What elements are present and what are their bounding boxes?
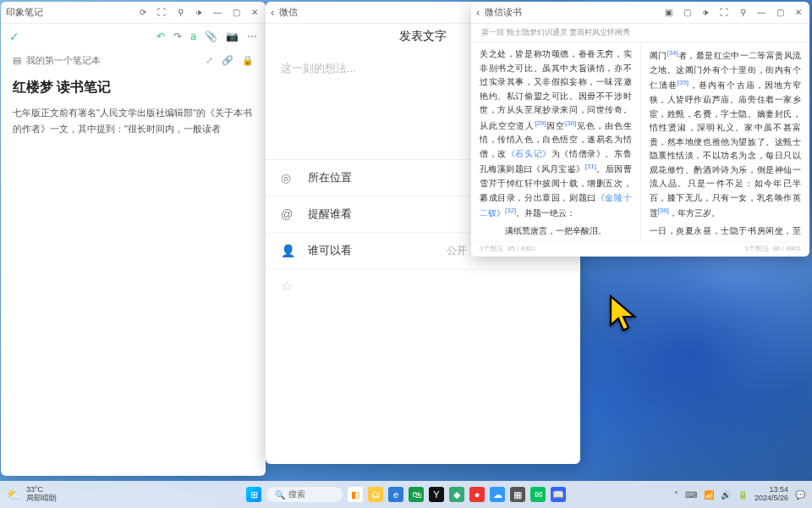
app5-icon[interactable]: ▦ xyxy=(510,487,525,502)
tray-wifi-icon[interactable]: 📶 xyxy=(704,490,714,500)
checkmark-icon[interactable]: ✓ xyxy=(9,30,19,43)
redo-icon[interactable]: ↷ xyxy=(173,30,182,42)
weread-window: ‹ 微信读书 ▣ ▢ 🕩 ⛶ ⚲ — ▢ ✕ 第一回 甄士隐梦幻识通灵 贾雨村风… xyxy=(471,2,809,257)
reader-pages[interactable]: 关之处，皆是称功颂德，眷眷无穷，实非别书之可比。虽其中大旨谈情，亦不过实录其事，… xyxy=(471,42,809,241)
mention-label: 提醒谁看 xyxy=(308,207,352,222)
weread-titlebar[interactable]: ‹ 微信读书 ▣ ▢ 🕩 ⛶ ⚲ — ▢ ✕ xyxy=(471,2,809,24)
tray-volume-icon[interactable]: 🔊 xyxy=(721,490,731,500)
wechat-window-title: 微信 xyxy=(279,6,298,19)
evernote-toolbar: ✓ ↶ ↷ a 📎 📷 ⋯ xyxy=(1,24,266,49)
note-title[interactable]: 红楼梦 读书笔记 xyxy=(1,72,266,102)
store-icon[interactable]: 🛍 xyxy=(409,487,424,502)
pin-icon[interactable]: ⚲ xyxy=(174,7,186,19)
evernote-window: 印象笔记 ⟳ ⛶ ⚲ 🕩 — ▢ ✕ ✓ ↶ ↷ a 📎 📷 ⋯ ▤ 我的第一个… xyxy=(1,2,266,476)
notebook-row[interactable]: ▤ 我的第一个笔记本 ⤢ 🔗 🔒 xyxy=(1,49,266,72)
tray-battery-icon[interactable]: 🔋 xyxy=(738,490,748,500)
clock-date: 2024/5/26 xyxy=(754,494,788,503)
visibility-label: 谁可以看 xyxy=(308,243,352,258)
app4-icon[interactable]: ☁ xyxy=(490,487,505,502)
notebook-name: 我的第一个笔记本 xyxy=(26,54,101,67)
wechat-taskbar-icon[interactable]: ✉ xyxy=(530,487,546,502)
chapter-title: 第一回 甄士隐梦幻识通灵 贾雨村风尘怀闺秀 xyxy=(471,24,809,42)
tray-chevron-icon[interactable]: ˄ xyxy=(674,490,678,500)
tray-ime-icon[interactable]: ⌨ xyxy=(685,490,697,500)
wr-min-icon[interactable]: — xyxy=(755,7,767,19)
visibility-value: 公开 xyxy=(447,244,467,258)
wr-expand-icon[interactable]: ⛶ xyxy=(718,7,730,19)
taskbar-search[interactable]: 🔍 搜索 xyxy=(266,487,343,502)
minimize-icon[interactable]: — xyxy=(211,7,223,19)
page-left: 关之处，皆是称功颂德，眷眷无穷，实非别书之可比。虽其中大旨谈情，亦不过实录其事，… xyxy=(471,42,640,241)
back2-icon[interactable]: ‹ xyxy=(476,6,485,19)
taskbar-weather[interactable]: ⛅ 33°C 局部晴朗 xyxy=(7,486,57,503)
lock-icon[interactable]: 🔒 xyxy=(242,55,254,66)
more-icon[interactable]: ⋯ xyxy=(247,30,257,42)
app1-icon[interactable]: Y xyxy=(429,487,444,502)
close-icon[interactable]: ✕ xyxy=(249,7,261,19)
weread-taskbar-icon[interactable]: 📖 xyxy=(551,487,566,502)
wr-close-icon[interactable]: ✕ xyxy=(793,7,804,19)
taskbar-clock[interactable]: 13:54 2024/5/26 xyxy=(754,486,788,503)
location-icon: ◎ xyxy=(281,171,296,185)
page-right: 阊门[34]者，最是红尘中一二等富贵风流之地。这阊门外有个十里街，街内有个仁清巷… xyxy=(640,42,810,241)
wr-sound-icon[interactable]: 🕩 xyxy=(700,7,711,19)
app2-icon[interactable]: ◆ xyxy=(449,487,464,502)
annotation-icon[interactable]: a xyxy=(190,30,196,42)
weather-icon: ⛅ xyxy=(7,488,21,501)
weread-window-title: 微信读书 xyxy=(485,6,522,19)
camera-icon[interactable]: 📷 xyxy=(226,30,239,42)
wr-screenshot-icon[interactable]: ▣ xyxy=(662,7,674,19)
mute-icon[interactable]: 🕩 xyxy=(193,7,205,19)
taskbar-tray: ˄ ⌨ 📶 🔊 🔋 13:54 2024/5/26 💬 xyxy=(674,486,805,503)
taskview-icon[interactable]: ◧ xyxy=(348,487,363,502)
sync-icon[interactable]: ⟳ xyxy=(137,7,149,19)
person-icon: 👤 xyxy=(281,244,296,257)
taskbar-center: ⊞ 🔍 搜索 ◧ 🗂 e 🛍 Y ◆ ● ☁ ▦ ✉ 📖 xyxy=(246,487,566,502)
explorer-icon[interactable]: 🗂 xyxy=(368,487,383,502)
taskbar[interactable]: ⛅ 33°C 局部晴朗 ⊞ 🔍 搜索 ◧ 🗂 e 🛍 Y ◆ ● ☁ ▦ ✉ 📖… xyxy=(0,481,812,508)
notifications-icon[interactable]: 💬 xyxy=(795,490,805,500)
search-placeholder: 搜索 xyxy=(288,489,305,500)
back-icon[interactable]: ‹ xyxy=(271,6,279,19)
location-label: 所在位置 xyxy=(308,170,352,185)
link-icon[interactable]: 🔗 xyxy=(222,55,233,66)
wr-max-icon[interactable]: ▢ xyxy=(774,7,786,19)
evernote-window-title: 印象笔记 xyxy=(6,6,43,19)
start-button[interactable]: ⊞ xyxy=(246,487,261,502)
wr-pin-icon[interactable]: ⚲ xyxy=(737,7,749,19)
notebook-icon: ▤ xyxy=(13,55,21,66)
favorite-star[interactable]: ☆ xyxy=(266,269,580,302)
expand-icon[interactable]: ⛶ xyxy=(156,7,167,19)
expand-note-icon[interactable]: ⤢ xyxy=(206,55,213,66)
mention-icon: @ xyxy=(281,207,296,221)
note-body[interactable]: 七年版正文前有署名"人民文学出版社编辑部"的《关于本书的作者》一文，其中提到："… xyxy=(1,102,266,140)
undo-icon[interactable]: ↶ xyxy=(156,30,165,42)
weather-desc: 局部晴朗 xyxy=(26,494,57,503)
app3-icon[interactable]: ● xyxy=(469,487,485,502)
maximize-icon[interactable]: ▢ xyxy=(230,7,242,19)
attachment-icon[interactable]: 📎 xyxy=(205,30,217,42)
reader-footer: 1个想法 85 / 4901 1个想法 86 / 4901 xyxy=(471,241,809,257)
evernote-titlebar-icons: ⟳ ⛶ ⚲ 🕩 — ▢ ✕ xyxy=(137,7,261,19)
evernote-titlebar[interactable]: 印象笔记 ⟳ ⛶ ⚲ 🕩 — ▢ ✕ xyxy=(1,2,266,24)
edge-icon[interactable]: e xyxy=(388,487,403,502)
search-icon: 🔍 xyxy=(275,490,285,500)
wr-video-icon[interactable]: ▢ xyxy=(681,7,693,19)
